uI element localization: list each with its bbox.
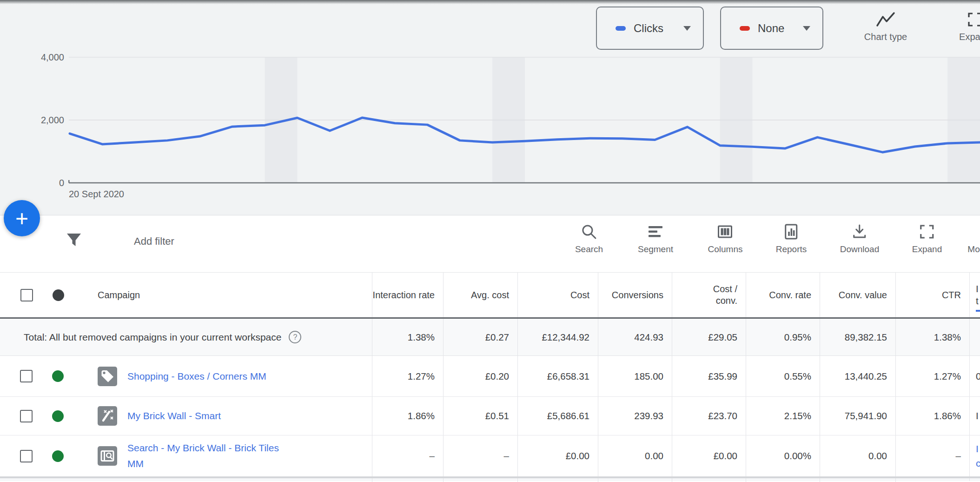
partial-cell — [895, 478, 969, 482]
cell-conv-rate: 0.55% — [746, 356, 820, 396]
help-icon[interactable]: ? — [289, 331, 301, 343]
cell-cost-conv: £23.70 — [672, 397, 746, 435]
partial-clipped-cell — [969, 478, 980, 481]
chart-type-label: Chart type — [858, 32, 914, 42]
column-header-ctr[interactable]: CTR — [895, 273, 969, 317]
add-campaign-fab-button[interactable]: + — [4, 200, 40, 236]
cell-cost-conv: £35.99 — [672, 356, 746, 396]
metric-2-label: None — [758, 22, 784, 35]
column-header-cost[interactable]: Cost — [517, 273, 598, 317]
status-dot-enabled[interactable] — [52, 450, 64, 462]
total-row-label: Total: All but removed campaigns in your… — [24, 332, 281, 343]
weekend-band — [265, 57, 298, 183]
chart-expand-button[interactable]: Expand — [949, 10, 980, 42]
status-dot-enabled[interactable] — [52, 370, 64, 382]
tool-reports-label: Reports — [776, 244, 807, 254]
tool-search-label: Search — [575, 244, 603, 254]
cell-cost: £0.00 — [517, 435, 598, 476]
add-filter-button[interactable]: Add filter — [134, 235, 174, 248]
chart-type-button[interactable]: Chart type — [858, 10, 914, 42]
cell-avg-cost: £0.51 — [443, 397, 517, 435]
campaign-link[interactable]: My Brick Wall - Smart — [127, 408, 281, 424]
tool-segment-button[interactable]: Segment — [638, 223, 673, 254]
total-label-cell: Total: All but removed campaigns in your… — [0, 319, 372, 355]
total-cell-conv-rate: 0.95% — [746, 319, 820, 355]
partial-cell — [372, 478, 443, 482]
cell-ctr: 1.27% — [895, 356, 969, 396]
cell-ctr: – — [895, 435, 969, 476]
expand-label: Expand — [949, 32, 980, 42]
campaign-cell: Shopping - Boxes / Corners MM — [0, 356, 372, 396]
cell-interaction-rate: – — [372, 435, 443, 476]
tool-columns-button[interactable]: Columns — [708, 223, 743, 254]
y-axis-tick-4000: 4,000 — [19, 52, 64, 63]
tool-more-button[interactable]: More — [967, 223, 980, 254]
partial-cell — [746, 478, 820, 482]
column-header-conversions[interactable]: Conversions — [598, 273, 672, 317]
campaign-row[interactable]: Search - My Brick Wall - Brick Tiles MM–… — [0, 435, 980, 477]
cell-cost-conv: £0.00 — [672, 435, 746, 476]
tool-search-button[interactable]: Search — [575, 223, 603, 254]
partial-cell — [517, 478, 598, 482]
row-checkbox[interactable] — [20, 450, 33, 462]
download-icon — [840, 223, 880, 240]
search-icon — [575, 223, 603, 240]
partial-cell — [443, 478, 517, 482]
status-dot-enabled[interactable] — [52, 410, 64, 422]
bottom-partial-row — [0, 477, 980, 481]
total-cell-cost: £12,344.92 — [517, 319, 598, 355]
tool-download-button[interactable]: Download — [840, 223, 880, 254]
line-chart-icon — [858, 10, 914, 29]
campaign-link[interactable]: Search - My Brick Wall - Brick Tiles MM — [127, 440, 281, 472]
total-cell-avg-cost: £0.27 — [443, 319, 517, 355]
column-header-cost-conv[interactable]: Cost / conv. — [672, 273, 746, 317]
cell-interaction-rate: 1.86% — [372, 397, 443, 435]
cell-conv-value: 13,440.25 — [820, 356, 895, 396]
cell-cost: £5,686.61 — [517, 397, 598, 435]
tool-expand-button[interactable]: Expand — [912, 223, 942, 254]
more-icon — [967, 223, 980, 240]
cell-avg-cost: – — [443, 435, 517, 476]
x-axis-start-label: 20 Sept 2020 — [69, 189, 124, 200]
partial-cell — [820, 478, 895, 482]
weekend-band — [720, 57, 753, 183]
partial-cell — [598, 478, 672, 482]
metric-selector-1[interactable]: Clicks — [596, 7, 704, 50]
metric-selector-2[interactable]: None — [720, 7, 823, 50]
tool-columns-label: Columns — [708, 244, 743, 254]
cell-cost: £6,658.31 — [517, 356, 598, 396]
row-checkbox[interactable] — [20, 410, 33, 422]
metric-1-label: Clicks — [634, 22, 663, 35]
campaign-row[interactable]: My Brick Wall - Smart1.86%£0.51£5,686.61… — [0, 397, 980, 435]
row-clipped-cell: 0 — [969, 356, 980, 396]
total-clipped-cell — [969, 319, 980, 355]
cell-conv-rate: 0.00% — [746, 435, 820, 476]
status-filter-dot-icon[interactable] — [53, 289, 64, 301]
y-axis-tick-2000: 2,000 — [19, 114, 64, 126]
column-header-campaign: Campaign — [0, 273, 372, 317]
tool-reports-button[interactable]: Reports — [776, 223, 807, 254]
campaigns-table: CampaignInteraction rateAvg. costCostCon… — [0, 272, 980, 481]
campaign-cell: My Brick Wall - Smart — [0, 397, 372, 435]
campaign-type-shopping-tag-icon — [98, 367, 117, 386]
reports-icon — [776, 223, 807, 240]
column-header-interaction-rate[interactable]: Interaction rate — [372, 273, 443, 317]
column-header-conv-rate[interactable]: Conv. rate — [746, 273, 820, 317]
select-all-checkbox[interactable] — [20, 289, 33, 301]
clipped-cell-fragment: I c — [976, 442, 980, 470]
column-header-avg-cost[interactable]: Avg. cost — [443, 273, 517, 317]
campaign-link[interactable]: Shopping - Boxes / Corners MM — [127, 368, 281, 384]
total-cell-conversions: 424.93 — [598, 319, 672, 355]
filter-funnel-icon[interactable] — [65, 232, 83, 251]
tool-more-label: More — [967, 244, 980, 254]
row-clipped-cell: I — [969, 397, 980, 435]
campaign-row[interactable]: Shopping - Boxes / Corners MM1.27%£0.20£… — [0, 356, 980, 397]
campaign-cell: Search - My Brick Wall - Brick Tiles MM — [0, 435, 372, 476]
column-header-clipped[interactable]: I t — [969, 273, 980, 317]
partial-cell — [672, 478, 746, 482]
column-header-conv-value[interactable]: Conv. value — [820, 273, 895, 317]
segment-icon — [638, 223, 673, 240]
row-checkbox[interactable] — [20, 370, 33, 382]
google-ads-campaigns-page: 4,000 2,000 0 20 Sept 2020 Clicks None C… — [0, 0, 980, 482]
cell-conversions: 239.93 — [598, 397, 672, 435]
